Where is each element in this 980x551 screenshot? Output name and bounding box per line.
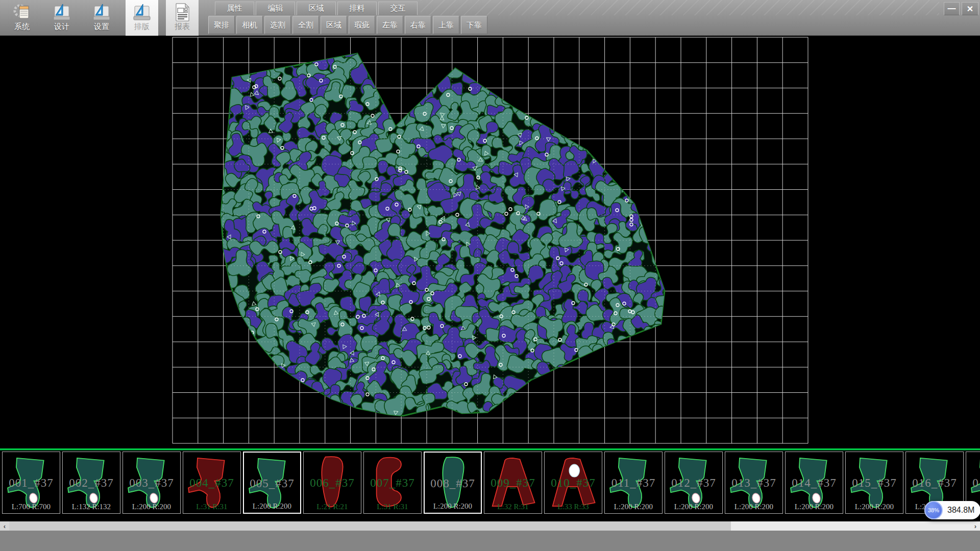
part-lr-values: L:200 R:200 bbox=[244, 502, 300, 511]
close-button[interactable]: ✕ bbox=[962, 2, 978, 15]
thumbnail-cell-2[interactable]: 002_#37L:132 R:132 bbox=[62, 452, 120, 514]
horizontal-scrollbar[interactable]: ‹ › bbox=[0, 521, 980, 531]
part-id-label: 016_#37 bbox=[906, 477, 963, 490]
thumbnail-cell-11[interactable]: 011_#37L:200 R:200 bbox=[604, 452, 663, 514]
app-button-5[interactable]: 报表 bbox=[166, 0, 199, 36]
titlebar: 系统设计设置排版报表 属性编辑区域排料交互 聚排相机选割全割区域瑕疵左靠右靠上靠… bbox=[0, 0, 980, 36]
part-id-label: 010_#37 bbox=[545, 477, 602, 490]
part-lr-values: L:200 R:200 bbox=[605, 503, 662, 511]
app-button-label: 设计 bbox=[54, 22, 69, 32]
scroll-left-icon: ‹ bbox=[4, 522, 6, 530]
thumbnail-cell-1[interactable]: 001_#37L:700 R:700 bbox=[2, 452, 60, 514]
minimize-button[interactable]: — bbox=[944, 2, 960, 15]
action-button-4[interactable]: 全割 bbox=[292, 16, 319, 34]
app-button-2[interactable]: 设计 bbox=[45, 0, 78, 36]
action-button-6[interactable]: 瑕疵 bbox=[349, 16, 375, 34]
thumbnail-strip: 001_#37L:700 R:700002_#37L:132 R:132003_… bbox=[0, 448, 980, 521]
action-button-3[interactable]: 选割 bbox=[264, 16, 291, 34]
thumbnail-cell-12[interactable]: 012_#37L:200 R:200 bbox=[665, 452, 723, 514]
part-id-label: 008_#37 bbox=[425, 477, 481, 490]
minimize-icon: — bbox=[948, 4, 956, 13]
part-id-label: 007_#37 bbox=[364, 477, 421, 490]
thumbnail-cell-8[interactable]: 008_#37L:200 R:200 bbox=[424, 452, 482, 514]
menu-tab-3[interactable]: 区域 bbox=[297, 2, 336, 15]
thumbnail-cell-15[interactable]: 015_#37L:200 R:200 bbox=[845, 452, 903, 514]
action-button-row: 聚排相机选割全割区域瑕疵左靠右靠上靠下靠 bbox=[208, 16, 487, 34]
action-button-8[interactable]: 右靠 bbox=[405, 16, 431, 34]
ruler-icon bbox=[52, 2, 72, 22]
part-lr-values: L:200 R:200 bbox=[425, 502, 481, 511]
part-lr-values: L:21 R:21 bbox=[304, 503, 361, 511]
thumbnail-cell-6[interactable]: 006_#37L:21 R:21 bbox=[303, 452, 361, 514]
report-icon bbox=[172, 2, 192, 22]
part-lr-values: L:200 R:200 bbox=[846, 503, 903, 511]
strip-separator-line bbox=[0, 448, 980, 450]
action-button-2[interactable]: 相机 bbox=[236, 16, 263, 34]
action-button-9[interactable]: 上靠 bbox=[433, 16, 459, 34]
action-button-7[interactable]: 左靠 bbox=[377, 16, 403, 34]
part-id-label: 015_#37 bbox=[846, 477, 903, 490]
action-button-1[interactable]: 聚排 bbox=[208, 16, 235, 34]
part-lr-values: L:32 R:31 bbox=[484, 503, 542, 511]
app-button-label: 设置 bbox=[94, 22, 109, 32]
thumbnail-cell-3[interactable]: 003_#37L:200 R:200 bbox=[122, 452, 181, 514]
menu-tab-row: 属性编辑区域排料交互 bbox=[215, 2, 418, 15]
part-lr-values: L:31 R:31 bbox=[183, 503, 240, 511]
app-button-label: 排版 bbox=[134, 22, 150, 32]
app-button-label: 系统 bbox=[14, 22, 30, 32]
status-badge: 38% 384.8M bbox=[924, 501, 980, 519]
part-id-label: 011_#37 bbox=[605, 477, 662, 490]
part-id-label: 014_#37 bbox=[786, 477, 843, 490]
part-id-label: 005_#37 bbox=[244, 477, 300, 490]
scroll-left-button[interactable]: ‹ bbox=[0, 521, 9, 531]
gear-notepad-icon bbox=[12, 2, 32, 22]
scroll-right-icon: › bbox=[974, 522, 976, 530]
part-lr-values: L:700 R:700 bbox=[3, 503, 60, 511]
part-id-label: 006_#37 bbox=[304, 477, 361, 490]
thumbnail-cell-4[interactable]: 004_#37L:31 R:31 bbox=[183, 452, 241, 514]
ruler-icon bbox=[132, 2, 152, 22]
part-id-label: 009_#37 bbox=[484, 477, 542, 490]
app-button-label: 报表 bbox=[175, 22, 190, 32]
menu-tab-2[interactable]: 编辑 bbox=[256, 2, 295, 15]
part-lr-values: L:200 R:200 bbox=[725, 503, 782, 511]
part-id-label: 001_#37 bbox=[3, 477, 60, 490]
part-id-label: 012_#37 bbox=[665, 477, 722, 490]
menu-tab-4[interactable]: 排料 bbox=[337, 2, 377, 15]
progress-percent-badge: 38% bbox=[924, 501, 943, 519]
part-id-label: 003_#37 bbox=[123, 477, 180, 490]
part-id-label: 004_#37 bbox=[183, 477, 240, 490]
memory-usage-label: 384.8M bbox=[947, 506, 974, 515]
part-lr-values: L:132 R:132 bbox=[63, 503, 120, 511]
close-icon: ✕ bbox=[967, 4, 973, 14]
part-lr-values: L:33 R:33 bbox=[545, 503, 602, 511]
part-id-label: 017_#37 bbox=[966, 477, 980, 490]
thumbnail-cell-9[interactable]: 009_#37L:32 R:31 bbox=[484, 452, 542, 514]
action-button-5[interactable]: 区域 bbox=[321, 16, 347, 34]
thumbnail-cell-10[interactable]: 010_#37L:33 R:33 bbox=[544, 452, 602, 514]
app-button-1[interactable]: 系统 bbox=[6, 0, 38, 36]
part-lr-values: L:200 R:200 bbox=[665, 503, 722, 511]
scrollbar-thumb[interactable] bbox=[9, 521, 731, 531]
thumbnail-cell-14[interactable]: 014_#37L:200 R:200 bbox=[785, 452, 843, 514]
part-id-label: 013_#37 bbox=[725, 477, 782, 490]
footer-bar bbox=[0, 531, 980, 551]
nesting-canvas[interactable] bbox=[0, 36, 980, 448]
menu-tab-1[interactable]: 属性 bbox=[215, 2, 254, 15]
scroll-right-button[interactable]: › bbox=[971, 521, 980, 531]
app-button-3[interactable]: 设置 bbox=[85, 0, 118, 36]
part-lr-values: L:200 R:200 bbox=[786, 503, 843, 511]
part-lr-values: L:200 R:200 bbox=[123, 503, 180, 511]
canvas-svg bbox=[0, 36, 980, 448]
part-lr-values: L:31 R:31 bbox=[364, 503, 421, 511]
titlebar-hatch-area bbox=[421, 0, 939, 15]
action-button-10[interactable]: 下靠 bbox=[461, 16, 487, 34]
part-id-label: 002_#37 bbox=[63, 477, 120, 490]
ruler-icon bbox=[91, 2, 112, 22]
thumbnail-cell-5[interactable]: 005_#37L:200 R:200 bbox=[243, 452, 301, 514]
menu-tab-5[interactable]: 交互 bbox=[378, 2, 418, 15]
app-button-4[interactable]: 排版 bbox=[126, 0, 158, 36]
thumbnail-cell-7[interactable]: 007_#37L:31 R:31 bbox=[363, 452, 422, 514]
thumbnail-cell-13[interactable]: 013_#37L:200 R:200 bbox=[725, 452, 783, 514]
